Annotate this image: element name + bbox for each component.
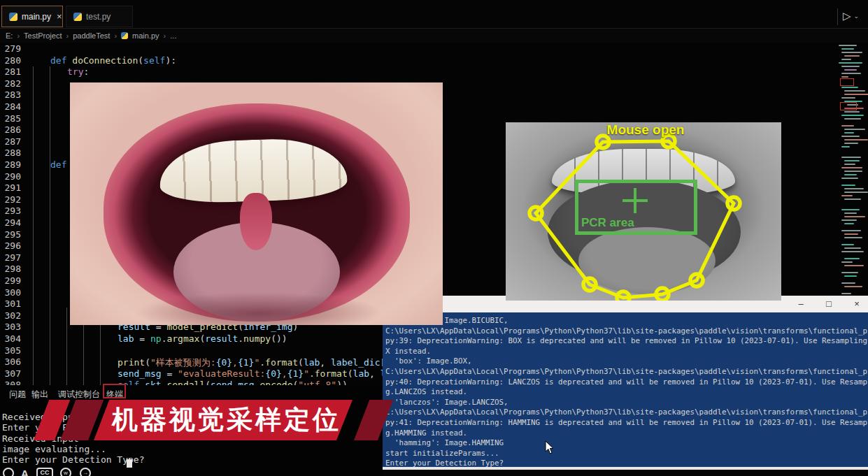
console-line: 'lanczos': Image.LANCZOS, xyxy=(385,398,508,407)
line-number: 305 xyxy=(0,345,21,356)
minimap-line xyxy=(841,125,854,127)
python-file-icon xyxy=(121,32,128,39)
tab-label: test.py xyxy=(86,12,111,22)
player-icon-4[interactable]: ᴡ xyxy=(60,468,71,476)
close-tab-icon[interactable]: × xyxy=(57,11,62,22)
breadcrumb-item[interactable]: paddleTest xyxy=(73,31,110,40)
minimap-line xyxy=(844,118,861,120)
player-icon-2[interactable]: A xyxy=(21,468,29,476)
tab-test-py[interactable]: test.py xyxy=(66,6,133,27)
line-number: 279 xyxy=(0,43,21,54)
line-number: 281 xyxy=(0,66,21,77)
terminal-block-cursor xyxy=(127,459,132,468)
line-number: 294 xyxy=(0,217,21,228)
player-icon-5[interactable]: → xyxy=(80,468,91,476)
breadcrumb-item[interactable]: E: xyxy=(6,31,13,40)
code-line: send_msg = "evaluateResult:{0},{1}".form… xyxy=(118,368,419,379)
minimap-line xyxy=(841,146,850,147)
minimap-line xyxy=(844,237,862,238)
breadcrumb-separator: › xyxy=(66,31,69,40)
close-button[interactable]: × xyxy=(845,296,868,312)
console-output[interactable]: Image.BICUBIC,C:\Users\LX\AppData\Local\… xyxy=(383,312,868,467)
minimap-line xyxy=(844,90,865,92)
minimap-line xyxy=(841,167,862,168)
minimap-line xyxy=(841,209,860,210)
minimap-line xyxy=(844,132,854,134)
minimap-line xyxy=(844,143,858,144)
console-line: g.HAMMING instead. xyxy=(385,428,467,438)
line-number: 301 xyxy=(0,298,21,309)
breadcrumb-separator: › xyxy=(17,31,20,40)
minimap-line xyxy=(844,188,864,189)
player-icon-3[interactable]: CC xyxy=(36,468,53,476)
line-number: 291 xyxy=(0,182,21,193)
breadcrumb-item[interactable]: ... xyxy=(170,31,176,40)
minimize-button[interactable]: – xyxy=(789,296,813,312)
code-line: lab = np.argmax(result.numpy()) xyxy=(118,333,287,344)
mouth-open-label: Mouse open xyxy=(583,122,709,138)
maximize-button[interactable]: □ xyxy=(817,296,841,312)
line-number: 282 xyxy=(0,78,21,89)
minimap-line xyxy=(841,66,860,67)
minimap-line xyxy=(841,185,855,186)
minimap-line xyxy=(844,233,858,235)
caption-text: 机器视觉采样定位 xyxy=(105,403,341,438)
console-window: – □ × Image.BICUBIC,C:\Users\LX\AppData\… xyxy=(383,296,868,470)
indent-guide xyxy=(33,66,34,385)
crosshair-icon xyxy=(634,188,636,213)
panel-tab-1[interactable]: 问题 xyxy=(9,389,26,401)
tab-main-py[interactable]: main.py × xyxy=(1,6,63,27)
minimap-line xyxy=(844,94,868,95)
breadcrumb-item[interactable]: main.py xyxy=(132,31,159,40)
editor-tab-bar: main.py × test.py ▷ ⌄ xyxy=(0,0,868,29)
detection-result-image: Mouse open PCR area xyxy=(506,122,781,301)
console-line: g.LANCZOS instead. xyxy=(385,387,467,396)
indent-guide xyxy=(66,308,67,385)
minimap-line xyxy=(844,212,857,214)
minimap-line xyxy=(844,55,860,57)
breadcrumb: E:›TestProject›paddleTest›main.py›... xyxy=(0,29,868,43)
minimap-line xyxy=(844,286,862,287)
breadcrumb-item[interactable]: TestProject xyxy=(24,31,62,40)
minimap-line xyxy=(841,293,851,294)
line-number: 286 xyxy=(0,124,21,135)
minimap-line xyxy=(841,76,848,78)
console-line: C:\Users\LX\AppData\Local\Programs\Pytho… xyxy=(385,326,868,336)
minimap-line xyxy=(839,62,862,64)
minimap-line xyxy=(841,282,855,284)
terminal-line: image evaluating... xyxy=(2,444,106,454)
toolbar-separator xyxy=(837,8,838,25)
line-number: 299 xyxy=(0,275,21,286)
minimap-line xyxy=(841,115,864,116)
panel-tab-3[interactable]: 调试控制台 xyxy=(58,389,100,401)
minimap-line xyxy=(844,258,860,259)
minimap-highlight xyxy=(840,102,857,110)
line-number: 304 xyxy=(0,333,21,344)
minimap-line xyxy=(839,45,857,46)
minimap-line xyxy=(841,251,864,252)
minimap-line xyxy=(844,174,857,175)
run-icon: ▷ xyxy=(843,10,851,22)
player-icon-1[interactable] xyxy=(3,468,14,476)
breadcrumb-separator: › xyxy=(114,31,117,40)
minimap-line xyxy=(844,164,855,165)
line-number: 283 xyxy=(0,89,21,100)
code-line: def doConnection(self): xyxy=(50,55,176,66)
minimap-line xyxy=(844,275,857,277)
line-number: 285 xyxy=(0,113,21,124)
code-line: try: xyxy=(67,66,89,77)
python-file-icon xyxy=(9,13,17,21)
code-line: def xyxy=(50,159,66,170)
line-number: 295 xyxy=(0,229,21,240)
line-number: 297 xyxy=(0,252,21,263)
terminal-tab-annotation-box xyxy=(103,384,126,398)
minimap-line xyxy=(841,261,853,263)
console-line: C:\Users\LX\AppData\Local\Programs\Pytho… xyxy=(385,408,868,417)
minimap-line xyxy=(841,136,860,137)
run-button[interactable]: ▷ ⌄ xyxy=(843,7,867,25)
panel-tab-2[interactable]: 输出 xyxy=(31,389,48,401)
minimap-line xyxy=(841,272,858,273)
line-number: 302 xyxy=(0,310,21,321)
chevron-down-icon: ⌄ xyxy=(854,13,860,20)
minimap-line xyxy=(844,265,864,266)
